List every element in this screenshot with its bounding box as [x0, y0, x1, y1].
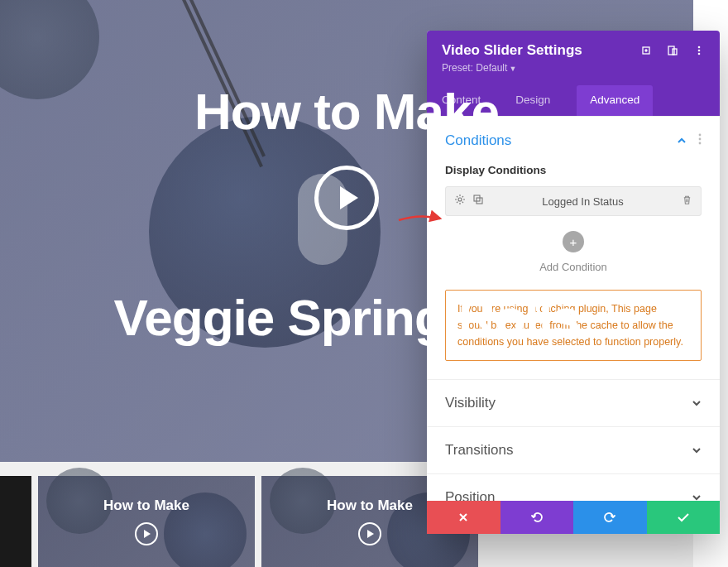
more-icon[interactable]	[693, 45, 705, 56]
section-more-icon[interactable]	[698, 132, 702, 149]
hero-title-line1: How to Make	[194, 82, 499, 141]
thumb-edge[interactable]	[0, 476, 31, 567]
hero-title-line2: Veggie Spring Rolls	[113, 288, 579, 347]
section-position: Position	[427, 473, 720, 501]
discard-button[interactable]	[427, 501, 500, 534]
video-thumb[interactable]: How to Make	[38, 476, 255, 567]
panel-title: Video Slider Settings	[442, 42, 582, 59]
chevron-down-icon	[692, 398, 702, 408]
chevron-down-icon	[692, 493, 702, 501]
svg-point-9	[699, 142, 702, 145]
responsive-icon[interactable]	[667, 45, 678, 56]
chevron-down-icon	[692, 445, 702, 455]
panel-footer	[427, 501, 720, 534]
section-toggle-visibility[interactable]: Visibility	[427, 380, 720, 426]
duplicate-icon[interactable]	[472, 194, 484, 209]
svg-point-8	[699, 138, 702, 141]
pointer-arrow	[397, 210, 443, 230]
add-condition-button[interactable]: +	[563, 231, 584, 252]
save-button[interactable]	[647, 501, 721, 534]
play-icon	[135, 522, 158, 545]
thumb-title: How to Make	[327, 497, 413, 514]
tab-advanced[interactable]: Advanced	[577, 85, 653, 116]
redo-button[interactable]	[573, 501, 647, 534]
expand-icon[interactable]	[640, 45, 652, 56]
section-toggle-transitions[interactable]: Transitions	[427, 427, 720, 473]
tab-design[interactable]: Design	[515, 85, 550, 116]
preset-dropdown[interactable]: Preset: Default▼	[442, 62, 705, 74]
condition-label: Logged In Status	[484, 195, 682, 208]
gear-icon[interactable]	[454, 194, 466, 209]
trash-icon[interactable]	[682, 194, 692, 209]
section-toggle-position[interactable]: Position	[427, 474, 720, 501]
section-transitions: Transitions	[427, 426, 720, 473]
svg-point-7	[699, 134, 702, 137]
condition-item: Logged In Status	[445, 186, 702, 216]
svg-point-1	[645, 50, 647, 51]
chevron-up-icon	[677, 136, 687, 146]
video-thumbnails: How to Make How to Make	[0, 476, 478, 567]
play-icon[interactable]	[314, 166, 379, 230]
svg-point-10	[458, 198, 462, 201]
svg-point-5	[698, 50, 701, 52]
undo-button[interactable]	[500, 501, 574, 534]
field-label: Display Conditions	[445, 164, 702, 176]
section-visibility: Visibility	[427, 379, 720, 426]
play-icon	[358, 522, 381, 545]
svg-rect-2	[668, 46, 674, 55]
svg-point-4	[698, 46, 701, 49]
thumb-title: How to Make	[103, 497, 189, 514]
add-condition-label: Add Condition	[445, 261, 702, 273]
svg-point-6	[698, 53, 701, 55]
